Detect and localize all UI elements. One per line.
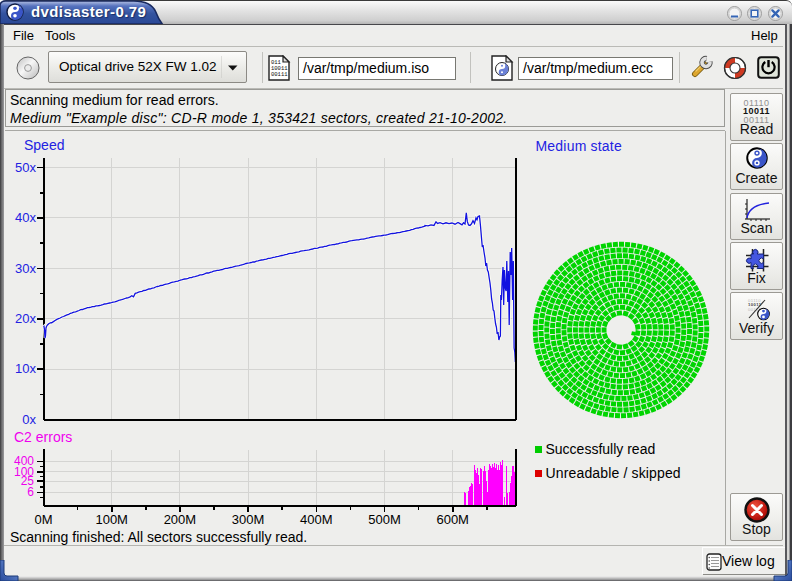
svg-text:50x: 50x xyxy=(15,160,36,175)
svg-text:00111: 00111 xyxy=(271,71,288,78)
svg-text:30x: 30x xyxy=(15,261,36,276)
svg-text:200M: 200M xyxy=(164,512,197,527)
svg-text:500M: 500M xyxy=(368,512,401,527)
svg-text:100M: 100M xyxy=(95,512,128,527)
svg-text:Speed: Speed xyxy=(24,137,64,153)
svg-text:0M: 0M xyxy=(34,512,52,527)
svg-text:0x: 0x xyxy=(22,412,36,427)
svg-text:6: 6 xyxy=(27,485,34,499)
svg-text:400M: 400M xyxy=(300,512,333,527)
svg-text:600M: 600M xyxy=(436,512,469,527)
svg-text:20x: 20x xyxy=(15,311,36,326)
svg-text:C2 errors: C2 errors xyxy=(14,429,72,445)
svg-text:10x: 10x xyxy=(15,361,36,376)
svg-text:40x: 40x xyxy=(15,210,36,225)
svg-text:300M: 300M xyxy=(232,512,265,527)
